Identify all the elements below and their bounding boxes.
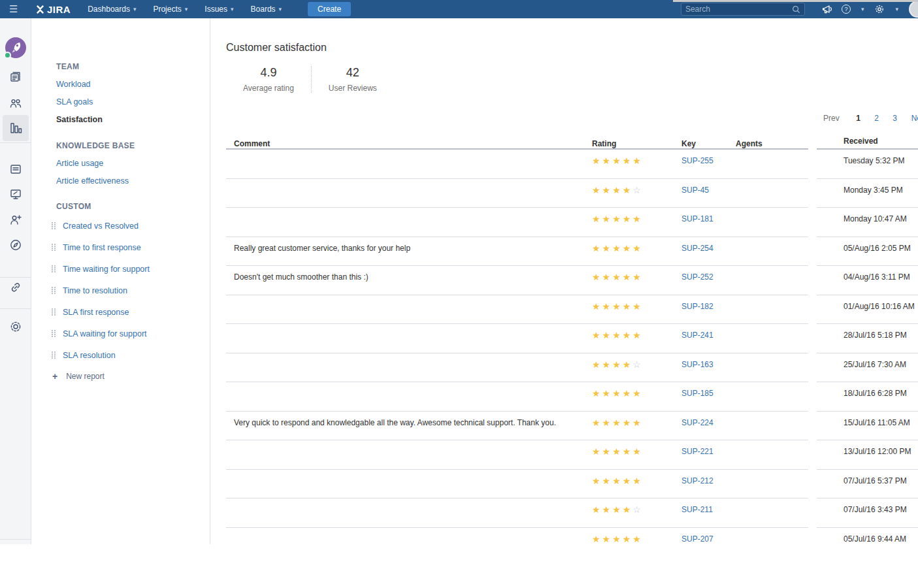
top-menu: Dashboards▾ Projects▾ Issues▾ Boards▾ (88, 5, 299, 14)
top-menu-item-dashboards[interactable]: Dashboards▾ (88, 5, 136, 14)
top-menu-item-issues[interactable]: Issues▾ (205, 5, 233, 14)
agents-cell (736, 324, 808, 353)
agents-cell (736, 440, 808, 469)
rating-cell: ★★★★☆ (592, 353, 681, 382)
comment-cell: Very quick to respond and knowledgable a… (226, 412, 592, 440)
settings-gear-icon[interactable] (0, 319, 31, 335)
sidebar-item-created-vs-resolved[interactable]: Created vs Resolved (56, 215, 210, 237)
invite-people-icon[interactable] (0, 212, 31, 227)
sidebar-item-satisfaction[interactable]: Satisfaction (56, 110, 210, 128)
star-filled-icon: ★ (632, 476, 643, 486)
search-box[interactable] (681, 3, 805, 16)
sidebar-item-label: SLA goals (56, 97, 93, 106)
sidebar-item-workload[interactable]: Workload (56, 75, 210, 93)
jira-logo[interactable]: JIRA (35, 4, 71, 15)
drag-handle-icon[interactable] (51, 308, 56, 316)
pagination-page-1[interactable]: 1 (853, 114, 864, 123)
rating-cell: ★★★★★ (592, 324, 681, 353)
top-menu-item-projects[interactable]: Projects▾ (153, 5, 188, 14)
sidebar-item-label: Article usage (56, 159, 103, 168)
issue-key-link[interactable]: SUP-207 (681, 534, 713, 544)
drag-handle-icon[interactable] (51, 286, 56, 295)
channels-compass-icon[interactable] (0, 237, 31, 253)
rating-cell: ★★★★★ (592, 382, 681, 411)
rating-cell: ★★★★★ (592, 237, 681, 266)
stat-user-reviews: 42User Reviews (311, 66, 394, 93)
issue-key-link[interactable]: SUP-212 (681, 476, 713, 485)
pagination-page-3[interactable]: 3 (889, 114, 901, 123)
received-cell: 04/Aug/16 3:11 PM (817, 266, 918, 295)
issue-key-link[interactable]: SUP-255 (681, 156, 713, 165)
star-filled-icon: ★ (592, 504, 602, 515)
issue-key-link[interactable]: SUP-221 (681, 447, 713, 456)
customers-icon[interactable] (0, 95, 31, 111)
drag-handle-icon[interactable] (51, 329, 56, 338)
table-row: ★★★★☆ SUP-211 07/Jul/16 3:43 PM (226, 498, 918, 528)
drag-handle-icon[interactable] (51, 351, 56, 359)
issue-key-link[interactable]: SUP-185 (681, 389, 713, 398)
create-button[interactable]: Create (308, 2, 351, 16)
sidebar-item-sla-resolution[interactable]: SLA resolution (56, 344, 210, 366)
star-filled-icon: ★ (623, 243, 633, 253)
project-avatar-rocket-icon[interactable] (5, 37, 26, 58)
sidebar-item-time-waiting-for-support[interactable]: Time waiting for support (56, 258, 210, 280)
table-row: ★★★★★ SUP-241 28/Jul/16 5:18 PM (226, 324, 918, 353)
issue-key-link[interactable]: SUP-241 (681, 331, 713, 340)
column-header-key: Key (681, 137, 736, 148)
table-row: Very quick to respond and knowledgable a… (226, 412, 918, 441)
help-dropdown-caret-icon[interactable]: ▾ (861, 6, 864, 12)
issue-key-link[interactable]: SUP-252 (681, 272, 713, 282)
star-filled-icon: ★ (602, 243, 613, 253)
issue-key-link[interactable]: SUP-211 (681, 505, 713, 514)
issue-key-link[interactable]: SUP-224 (681, 418, 713, 427)
admin-dropdown-caret-icon[interactable]: ▾ (895, 6, 898, 12)
hamburger-menu-icon[interactable]: ☰ (9, 0, 21, 18)
star-filled-icon: ★ (602, 446, 613, 457)
drag-handle-icon[interactable] (51, 221, 56, 230)
topbar-right-group: ? ▾ ▾ (681, 1, 918, 18)
issue-key-link[interactable]: SUP-45 (681, 186, 709, 195)
queues-icon[interactable] (0, 68, 31, 84)
pagination-page-2[interactable]: 2 (871, 114, 883, 123)
new-report-button[interactable]: +New report (56, 366, 210, 386)
sidebar-item-time-to-first-response[interactable]: Time to first response (56, 237, 210, 258)
sidebar-item-sla-goals[interactable]: SLA goals (56, 93, 210, 110)
issue-key-link[interactable]: SUP-163 (681, 360, 713, 369)
satisfaction-table: Comment Rating Key Agents Received ★★★★★… (226, 134, 918, 544)
star-filled-icon: ★ (602, 272, 613, 282)
reports-icon[interactable] (0, 120, 31, 136)
sidebar-item-sla-first-response[interactable]: SLA first response (56, 301, 210, 323)
issue-key-link[interactable]: SUP-254 (681, 244, 713, 253)
admin-gear-icon[interactable] (874, 4, 885, 14)
column-header-comment: Comment (226, 137, 592, 148)
search-input[interactable] (681, 5, 792, 14)
sidebar-item-sla-waiting-for-support[interactable]: SLA waiting for support (56, 323, 210, 344)
section-gap (56, 189, 210, 197)
star-filled-icon: ★ (623, 272, 633, 282)
pagination-next[interactable]: Next (911, 114, 918, 123)
link-icon[interactable] (0, 280, 31, 295)
megaphone-icon[interactable] (822, 3, 835, 15)
top-menu-item-boards[interactable]: Boards▾ (251, 5, 282, 14)
plus-icon: + (52, 371, 57, 382)
issue-key-link[interactable]: SUP-182 (681, 302, 713, 311)
star-filled-icon: ★ (592, 417, 602, 428)
star-filled-icon: ★ (592, 330, 602, 340)
received-cell: 28/Jul/16 5:18 PM (817, 324, 918, 353)
customer-portal-icon[interactable] (0, 186, 31, 202)
drag-handle-icon[interactable] (51, 265, 56, 273)
sidebar-item-time-to-resolution[interactable]: Time to resolution (56, 280, 210, 301)
star-filled-icon: ★ (612, 534, 623, 544)
drag-handle-icon[interactable] (51, 243, 56, 252)
received-cell: 07/Jul/16 3:43 PM (817, 498, 918, 528)
rating-cell: ★★★★★ (592, 440, 681, 469)
user-avatar[interactable] (909, 1, 918, 18)
sidebar-item-article-usage[interactable]: Article usage (56, 154, 210, 172)
sidebar-item-article-effectiveness[interactable]: Article effectiveness (56, 172, 210, 189)
help-icon[interactable]: ? (842, 5, 851, 14)
articles-icon[interactable] (0, 161, 31, 177)
pagination-prev[interactable]: Prev (823, 114, 840, 123)
issue-key-link[interactable]: SUP-181 (681, 214, 713, 223)
comment-cell (226, 208, 592, 237)
star-filled-icon: ★ (623, 214, 633, 224)
